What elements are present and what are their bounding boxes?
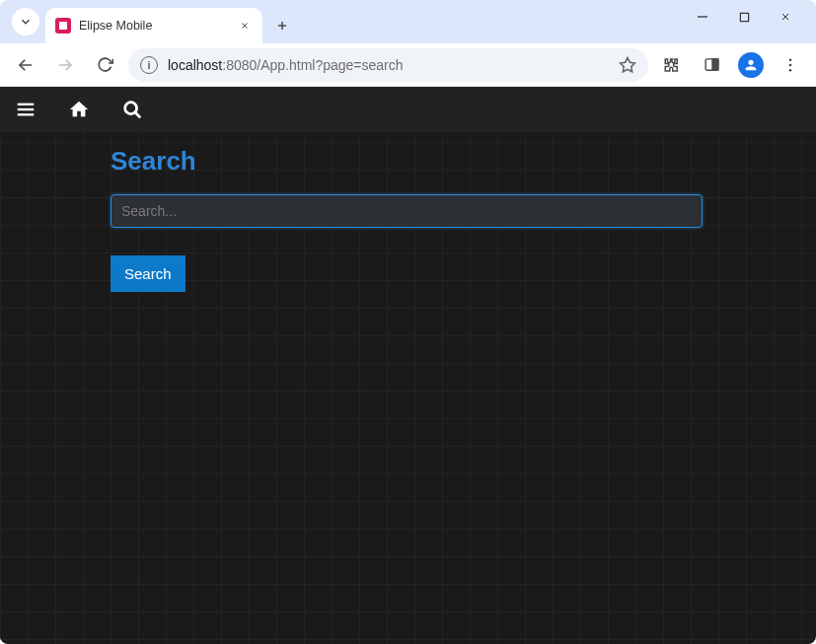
tab-search-dropdown[interactable] (12, 8, 39, 36)
new-tab-button[interactable] (268, 12, 296, 39)
svg-point-15 (789, 63, 792, 66)
tab-title: Elipse Mobile (79, 19, 229, 33)
nav-forward-button[interactable] (49, 49, 81, 81)
search-icon (121, 99, 143, 120)
more-vertical-icon (781, 56, 799, 74)
search-button[interactable]: Search (111, 255, 185, 292)
minimize-icon (697, 11, 708, 23)
svg-rect-19 (18, 113, 35, 115)
site-info-button[interactable]: i (140, 56, 158, 74)
reload-icon (97, 56, 113, 73)
home-icon (68, 99, 90, 120)
side-panel-button[interactable] (696, 49, 727, 81)
hamburger-icon (15, 99, 37, 120)
page-content: Search Search (0, 132, 816, 292)
url-path: :8080/App.html?page=search (222, 57, 403, 73)
tab-close-button[interactable] (237, 18, 253, 34)
profile-button[interactable] (735, 49, 767, 81)
chevron-down-icon (19, 15, 33, 29)
star-icon (619, 56, 636, 74)
profile-avatar (738, 52, 764, 78)
nav-reload-button[interactable] (89, 49, 120, 81)
person-icon (743, 57, 759, 73)
url-host: localhost (168, 57, 222, 73)
bookmark-button[interactable] (619, 56, 636, 74)
url-text: localhost:8080/App.html?page=search (168, 57, 404, 73)
svg-rect-5 (740, 13, 748, 21)
search-input[interactable] (111, 194, 703, 228)
browser-toolbar: i localhost:8080/App.html?page=search (0, 43, 816, 87)
plus-icon (275, 19, 289, 33)
app-favicon (55, 18, 71, 34)
nav-back-button[interactable] (10, 49, 41, 81)
svg-rect-18 (18, 108, 35, 110)
home-button[interactable] (65, 96, 93, 123)
browser-menu-button[interactable] (775, 49, 806, 81)
extensions-button[interactable] (656, 49, 688, 81)
svg-marker-10 (621, 57, 635, 71)
side-panel-icon (704, 56, 720, 73)
arrow-right-icon (56, 56, 74, 74)
window-controls (688, 2, 808, 43)
window-maximize-button[interactable] (729, 2, 759, 32)
address-bar[interactable]: i localhost:8080/App.html?page=search (128, 48, 648, 82)
menu-button[interactable] (12, 96, 39, 123)
window-minimize-button[interactable] (688, 2, 717, 32)
close-icon (240, 21, 250, 31)
puzzle-icon (663, 56, 681, 74)
search-nav-button[interactable] (118, 96, 146, 123)
close-icon (779, 11, 791, 23)
app-header (0, 87, 816, 132)
browser-tab[interactable]: Elipse Mobile (45, 8, 262, 43)
svg-point-16 (789, 68, 792, 71)
browser-tab-strip: Elipse Mobile (0, 0, 816, 43)
svg-rect-13 (712, 59, 718, 70)
svg-point-14 (789, 58, 792, 61)
svg-line-21 (135, 112, 140, 117)
window-close-button[interactable] (771, 2, 800, 32)
page-title: Search (111, 146, 816, 177)
maximize-icon (739, 12, 750, 23)
svg-rect-17 (18, 104, 35, 106)
arrow-left-icon (17, 56, 35, 74)
svg-point-20 (125, 103, 137, 114)
app-viewport: Search Search (0, 87, 816, 644)
